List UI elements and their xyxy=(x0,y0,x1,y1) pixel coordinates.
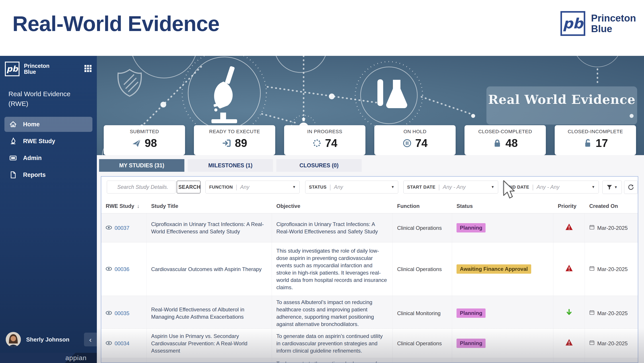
kpi-label: ON HOLD xyxy=(374,129,456,134)
column-header[interactable]: Function ↓ xyxy=(393,199,452,213)
column-header[interactable]: Status ↓ xyxy=(452,199,553,213)
study-id-cell[interactable]: 00037 xyxy=(101,214,147,242)
sidebar: pb Princeton Blue Real World Evidence (R… xyxy=(0,56,97,363)
status-cell: Awaiting Finance Approval xyxy=(452,242,553,296)
study-id-link[interactable]: 00036 xyxy=(114,266,130,273)
sidebar-brand-name: Princeton Blue xyxy=(24,63,80,75)
search-input[interactable] xyxy=(107,180,176,194)
study-id-link[interactable]: 00037 xyxy=(114,224,130,232)
kpi-label: IN PROGRESS xyxy=(284,129,366,134)
study-id-link[interactable]: 00034 xyxy=(114,340,130,347)
tab[interactable]: CLOSURES (0) xyxy=(276,159,362,172)
kpi-card[interactable]: CLOSED-COMPLETED 48 xyxy=(464,125,546,155)
refresh-button[interactable] xyxy=(624,180,638,194)
table-body: 00037 Ciprofloxacin in Urinary Tract Inf… xyxy=(101,214,638,358)
kpi-icon xyxy=(312,138,322,148)
chevron-down-icon: ▼ xyxy=(491,185,494,189)
kpi-value: 89 xyxy=(235,137,247,150)
eye-icon xyxy=(106,340,112,347)
kpi-icon xyxy=(132,138,141,148)
search-button[interactable]: SEARCH xyxy=(176,180,200,194)
kpi-card[interactable]: ON HOLD 74 xyxy=(374,125,456,155)
sidebar-collapse-button[interactable]: ‹ xyxy=(84,333,97,346)
created-on-cell: Mar-20-2025 xyxy=(585,242,638,296)
filter-menu-button[interactable]: ▼ xyxy=(602,180,622,194)
studies-table: RWE Study ↓ Study Title ↓ Objective ↓ xyxy=(101,199,638,363)
eye-icon xyxy=(106,310,112,317)
start-date-filter[interactable]: START DATE| Any - Any ▼ xyxy=(403,180,498,194)
kpi-card[interactable]: SUBMITTED 98 xyxy=(104,125,185,155)
sidebar-item-label: Home xyxy=(23,121,40,128)
kpi-value: 74 xyxy=(415,137,428,150)
sidebar-item-label: Admin xyxy=(23,155,42,162)
eye-icon xyxy=(106,224,112,232)
chevron-down-icon: ▼ xyxy=(614,185,618,189)
tab[interactable]: MY STUDIES (31) xyxy=(99,159,184,172)
chevron-left-icon: ‹ xyxy=(89,335,92,344)
created-on-cell: Mar-20-2025 xyxy=(585,296,638,330)
function-cell: Clinical Monitoring xyxy=(393,296,452,330)
end-date-filter[interactable]: END DATE| Any - Any ▼ xyxy=(502,180,599,194)
kpi-icon xyxy=(583,138,592,148)
appian-logo: appian xyxy=(66,354,87,362)
table-row: 00037 Ciprofloxacin in Urinary Tract Inf… xyxy=(101,214,638,242)
kpi-card[interactable]: READY TO EXECUTE 89 xyxy=(194,125,275,155)
objective-cell: This study investigates the role of dail… xyxy=(272,242,393,296)
sidebar-item[interactable]: RWE Study xyxy=(4,134,92,149)
objective-cell: To generate data on aspirin’s continued … xyxy=(272,329,393,358)
tab[interactable]: MILESTONES (1) xyxy=(188,159,273,172)
pb-monogram-icon: pb xyxy=(5,62,20,76)
user-row: Sherly Johnson ‹ xyxy=(0,329,97,350)
kpi-card[interactable]: CLOSED-INCOMPLETE 17 xyxy=(555,125,636,155)
column-header[interactable]: Priority ↓ xyxy=(553,199,585,213)
kpi-card[interactable]: IN PROGRESS 74 xyxy=(284,125,366,155)
status-cell: Planning xyxy=(452,329,553,358)
sidebar-item[interactable]: Home xyxy=(4,117,92,132)
column-header[interactable]: Created On ↓ xyxy=(585,199,638,213)
table-row: 00036 Cardiovascular Outcomes with Aspir… xyxy=(101,242,638,296)
table-row: 00034 Aspirin Use in Primary vs. Seconda… xyxy=(101,328,638,358)
objective-cell: Ciprofloxacin in Urinary Tract Infection… xyxy=(272,214,393,242)
rwe-dashboard: Real-World Evidence pb Princeton Blue pb… xyxy=(0,0,644,363)
sidebar-item[interactable]: Reports xyxy=(4,167,92,182)
avatar[interactable] xyxy=(6,332,21,347)
kpi-icon xyxy=(222,138,231,148)
chevron-down-icon: ▼ xyxy=(292,185,296,189)
kpi-label: READY TO EXECUTE xyxy=(194,129,275,134)
objective-cell: To demonstrate the continued relevance o… xyxy=(272,358,393,363)
priority-high-icon xyxy=(565,224,573,232)
tab-label: MY STUDIES (31) xyxy=(119,162,164,169)
column-header[interactable]: Study Title ↓ xyxy=(147,199,272,213)
column-header[interactable]: RWE Study ↓ xyxy=(101,199,147,213)
calendar-icon xyxy=(589,224,594,232)
kpi-cards: SUBMITTED 98 READY TO EXECUTE 89 IN PROG… xyxy=(104,125,636,155)
studies-panel: SEARCH FUNCTION| Any ▼ STATUS| Any ▼ STA… xyxy=(101,176,638,363)
created-on-cell: Mar-20-2025 xyxy=(585,329,638,358)
study-id-cell[interactable]: 00036 xyxy=(101,242,147,296)
nav-icon xyxy=(9,120,17,128)
status-filter[interactable]: STATUS| Any ▼ xyxy=(305,180,398,194)
kpi-label: CLOSED-COMPLETED xyxy=(464,129,546,134)
status-badge: Planning xyxy=(456,308,486,318)
sidebar-nav: Home RWE Study Admin Reports xyxy=(0,117,97,182)
status-cell: Planning xyxy=(452,296,553,330)
filter-bar: SEARCH FUNCTION| Any ▼ STATUS| Any ▼ STA… xyxy=(101,176,638,198)
priority-cell xyxy=(553,329,585,358)
user-name: Sherly Johnson xyxy=(26,336,79,343)
status-badge: Planning xyxy=(456,223,486,233)
app-grid-icon[interactable] xyxy=(84,64,92,73)
sidebar-item[interactable]: Admin xyxy=(4,150,92,166)
column-header[interactable]: Objective ↓ xyxy=(272,199,393,213)
kpi-label: SUBMITTED xyxy=(104,129,185,134)
kpi-icon xyxy=(402,138,412,148)
study-id-link[interactable]: 00035 xyxy=(114,310,130,317)
status-badge: Awaiting Finance Approval xyxy=(456,264,531,274)
kpi-icon xyxy=(493,138,502,148)
function-filter[interactable]: FUNCTION| Any ▼ xyxy=(206,180,300,194)
study-id-cell[interactable]: 00034 xyxy=(101,329,147,358)
study-id-cell[interactable]: 00035 xyxy=(101,296,147,330)
funnel-icon xyxy=(606,184,612,190)
kpi-value: 17 xyxy=(596,137,608,150)
top-header: Real-World Evidence pb Princeton Blue xyxy=(0,0,644,56)
calendar-icon xyxy=(589,340,594,347)
